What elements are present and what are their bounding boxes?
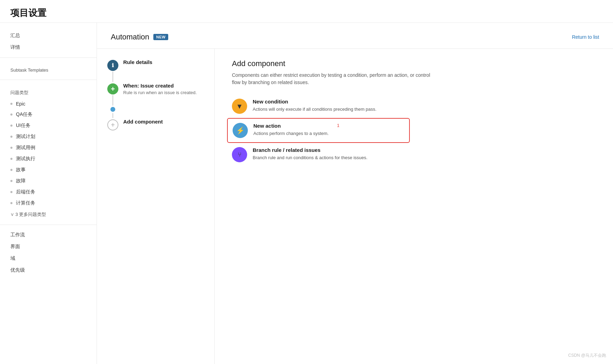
sidebar-divider-3 [0,225,97,225]
component-option-new-action[interactable]: ⚡ New action Actions perform changes to … [227,118,410,143]
sidebar-divider-1 [0,57,97,58]
sidebar-item-interface[interactable]: 界面 [0,241,97,253]
new-action-text: New action Actions perform changes to a … [253,123,328,137]
sidebar-item-workflow[interactable]: 工作流 [0,229,97,241]
new-condition-desc: Actions will only execute if all conditi… [253,106,377,113]
rule-details-title: Rule details [123,59,204,65]
connector-line-2 [112,95,113,106]
sidebar-section-subtask: Subtask Templates [0,62,97,75]
plus-icon: + [111,85,115,93]
connector-dot [110,107,115,112]
connector-line-3 [112,113,113,118]
sidebar-more-issue-types[interactable]: ∨ 3 更多问题类型 [0,209,97,220]
sidebar-item-backend[interactable]: 后端任务 [0,186,97,198]
page-wrapper: 项目设置 汇总 详情 Subtask Templates 问题类型 Epic Q… [0,0,613,364]
sidebar-divider-2 [0,80,97,80]
add-component-description: Components can either restrict execution… [232,72,440,86]
add-component-panel: Add component Components can either rest… [215,49,613,364]
sidebar-item-epic[interactable]: Epic [0,99,97,109]
filter-icon: ▼ [236,102,243,110]
add-component-step-content: Add component [123,119,204,133]
action-tooltip-number: 1 [337,123,339,128]
add-component-heading: Add component [232,59,596,68]
rule-step-trigger[interactable]: + When: Issue created Rule is run when a… [107,83,204,119]
add-component-step-title: Add component [123,119,204,125]
page-title: 项目设置 [0,0,613,23]
rule-steps-list: ℹ Rule details [107,59,204,133]
sidebar-item-compute[interactable]: 计算任务 [0,198,97,209]
trigger-title: When: Issue created [123,83,204,89]
new-condition-text: New condition Actions will only execute … [253,99,377,113]
rule-details-content: Rule details [123,59,204,73]
rule-details-icon: ℹ [107,60,118,71]
rule-step-rule-details[interactable]: ℹ Rule details [107,59,204,83]
main-layout: 汇总 详情 Subtask Templates 问题类型 Epic QA任务 U… [0,23,613,364]
sidebar-item-testcase[interactable]: 测试用例 [0,142,97,153]
automation-title: Automation [111,33,149,42]
sidebar-item-qa[interactable]: QA任务 [0,109,97,120]
sidebar-section-issuetype: 问题类型 [0,84,97,99]
rule-step-left-1: ℹ [107,59,118,83]
sidebar-item-ui[interactable]: UI任务 [0,120,97,131]
add-component-icon: + [107,119,118,130]
new-action-icon: ⚡ [233,123,248,138]
branch-rule-title: Branch rule / related issues [253,147,368,153]
sidebar-item-testexec[interactable]: 测试执行 [0,153,97,164]
connector-line-1 [112,72,113,82]
watermark: CSDN @马儿不会跑 [568,353,606,358]
new-action-desc: Actions perform changes to a system. [253,130,328,137]
content-area: Automation NEW Return to list ℹ [97,23,613,364]
rule-step-left-2: + [107,83,118,119]
trigger-icon: + [107,83,118,94]
sidebar-item-details[interactable]: 详情 [0,42,97,53]
automation-header: Automation NEW Return to list [97,23,613,49]
info-icon-text: ℹ [112,62,114,69]
sidebar-item-story[interactable]: 故事 [0,164,97,175]
trigger-desc: Rule is run when an issue is created. [123,90,204,95]
branch-rule-desc: Branch rule and run conditions & actions… [253,154,368,161]
branch-rule-icon: ⑂ [232,147,247,162]
trigger-content: When: Issue created Rule is run when an … [123,83,204,102]
component-option-new-condition[interactable]: ▼ New condition Actions will only execut… [232,99,405,114]
return-to-list-link[interactable]: Return to list [572,34,599,40]
automation-title-row: Automation NEW [111,33,168,42]
sidebar-item-testplan[interactable]: 测试计划 [0,131,97,142]
lightning-icon: ⚡ [236,126,245,135]
component-option-branch-rule[interactable]: ⑂ Branch rule / related issues Branch ru… [232,147,405,162]
add-icon-text: + [111,121,115,129]
rule-panel: ℹ Rule details [97,49,215,364]
sidebar-item-fault[interactable]: 故障 [0,175,97,186]
component-options-list: ▼ New condition Actions will only execut… [232,99,405,162]
sidebar-item-domain[interactable]: 域 [0,253,97,264]
two-panel: ℹ Rule details [97,49,613,364]
new-badge: NEW [153,34,168,40]
sidebar-item-summary[interactable]: 汇总 [0,30,97,42]
sidebar-item-priority[interactable]: 优先级 [0,264,97,276]
sidebar: 汇总 详情 Subtask Templates 问题类型 Epic QA任务 U… [0,23,97,364]
new-action-title: New action [253,123,328,129]
rule-step-left-3: + [107,119,118,130]
new-condition-icon: ▼ [232,99,247,114]
branch-icon: ⑂ [238,151,242,158]
branch-rule-text: Branch rule / related issues Branch rule… [253,147,368,161]
rule-step-add-component[interactable]: + Add component [107,119,204,133]
new-condition-title: New condition [253,99,377,104]
